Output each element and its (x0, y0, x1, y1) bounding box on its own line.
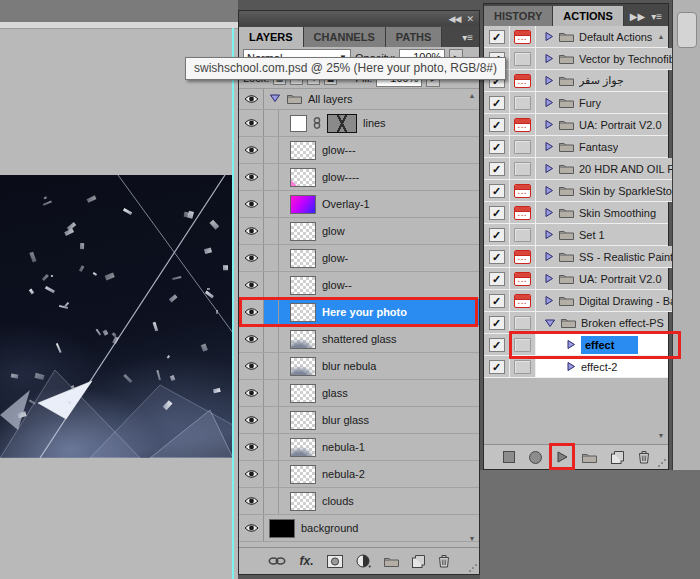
action-row-ua-portrait-v2-0[interactable]: ✓...UA: Portrait V2.0 (484, 114, 668, 136)
action-row-20-hdr-and-oil-pain[interactable]: ✓20 HDR AND OIL PAIN... (484, 158, 668, 180)
delete-action-icon[interactable] (638, 450, 650, 464)
eye-icon[interactable] (239, 434, 264, 460)
layer-row-nebula-1[interactable]: nebula-1 (239, 434, 479, 461)
toggle-item-checkbox[interactable]: ✓ (484, 180, 510, 202)
eye-icon[interactable] (239, 326, 264, 352)
layer-thumbnail[interactable] (290, 465, 316, 484)
dialog-toggle-icon[interactable] (510, 92, 536, 114)
collapsed-triangle-icon[interactable] (544, 163, 554, 174)
collapsed-triangle-icon[interactable] (544, 295, 554, 306)
collapsed-triangle-icon[interactable] (544, 185, 554, 196)
expand-triangle-icon[interactable] (544, 318, 556, 328)
collapsed-triangle-icon[interactable] (544, 53, 554, 64)
expand-icon[interactable]: ▶▶ (630, 11, 651, 26)
collapse-icon[interactable]: ◀◀ (449, 14, 461, 24)
dialog-toggle-icon[interactable]: ... (510, 70, 536, 92)
dialog-toggle-icon[interactable] (510, 224, 536, 246)
resize-grip-icon[interactable] (468, 563, 477, 572)
panel-menu-icon[interactable]: ▾≡ (651, 11, 668, 26)
layer-row-glow[interactable]: glow- (239, 245, 479, 272)
layer-row-lines[interactable]: lines (239, 110, 479, 137)
eye-icon[interactable] (239, 245, 264, 271)
dialog-toggle-icon[interactable]: ... (510, 290, 536, 312)
toggle-item-checkbox[interactable]: ✓ (484, 136, 510, 158)
collapsed-triangle-icon[interactable] (566, 339, 576, 350)
layer-thumbnail[interactable] (327, 114, 357, 133)
layer-row-here-your-photo[interactable]: Here your photo (239, 299, 479, 326)
action-row-digital-drawing-baby[interactable]: ✓...Digital Drawing - Baby ... (484, 290, 668, 312)
eye-icon[interactable] (239, 191, 264, 217)
toggle-item-checkbox[interactable]: ✓ (484, 114, 510, 136)
layer-thumbnail[interactable] (290, 195, 316, 214)
layer-thumbnail[interactable] (290, 384, 316, 403)
dialog-toggle-icon[interactable]: ... (510, 268, 536, 290)
toggle-item-checkbox[interactable]: ✓ (484, 268, 510, 290)
toggle-item-checkbox[interactable]: ✓ (484, 356, 510, 378)
dialog-toggle-icon[interactable] (510, 334, 536, 356)
eye-icon[interactable] (239, 137, 264, 163)
action-row-vector-by-technofibre[interactable]: ✓Vector by Technofibre (484, 48, 668, 70)
eye-icon[interactable] (239, 407, 264, 433)
action-row-fury[interactable]: ✓Fury (484, 92, 668, 114)
layer-row-background[interactable]: background (239, 515, 479, 542)
eye-icon[interactable] (239, 488, 264, 514)
dialog-toggle-icon[interactable] (510, 48, 536, 70)
layer-row-blur-glass[interactable]: blur glass (239, 407, 479, 434)
new-action-icon[interactable] (611, 451, 624, 464)
eye-icon[interactable] (239, 272, 264, 298)
layer-row-nebula-2[interactable]: nebula-2 (239, 461, 479, 488)
new-set-icon[interactable] (582, 452, 597, 463)
document-image[interactable] (0, 175, 233, 458)
layers-tab-paths[interactable]: PATHS (386, 27, 443, 47)
layer-row-shattered-glass[interactable]: shattered glass (239, 326, 479, 353)
layer-thumbnail[interactable] (290, 168, 316, 187)
action-row-skin-smoothing[interactable]: ✓...Skin Smoothing (484, 202, 668, 224)
layer-row-glow[interactable]: glow--- (239, 137, 479, 164)
dialog-toggle-icon[interactable] (510, 136, 536, 158)
scroll-down-icon[interactable]: ▼ (658, 431, 665, 441)
play-icon[interactable] (556, 451, 568, 463)
eye-icon[interactable] (239, 353, 264, 379)
action-row-fantasy[interactable]: ✓Fantasy (484, 136, 668, 158)
new-group-icon[interactable] (384, 556, 399, 567)
collapsed-triangle-icon[interactable] (544, 273, 554, 284)
collapsed-triangle-icon[interactable] (544, 119, 554, 130)
close-icon[interactable]: ✕ (466, 14, 473, 24)
action-row-ua-portrait-v2-0[interactable]: ✓...UA: Portrait V2.0 (484, 268, 668, 290)
layer-thumbnail[interactable] (290, 411, 316, 430)
new-layer-icon[interactable] (412, 555, 425, 568)
collapsed-triangle-icon[interactable] (566, 361, 576, 372)
action-row-effect[interactable]: ✓effect (484, 334, 668, 356)
layer-row-glow[interactable]: glow---- (239, 164, 479, 191)
toggle-item-checkbox[interactable]: ✓ (484, 334, 510, 356)
layer-row-glass[interactable]: glass (239, 380, 479, 407)
toggle-item-checkbox[interactable]: ✓ (484, 158, 510, 180)
layer-thumbnail[interactable] (269, 519, 295, 538)
toggle-item-checkbox[interactable]: ✓ (484, 92, 510, 114)
dialog-toggle-icon[interactable]: ... (510, 26, 536, 48)
collapsed-triangle-icon[interactable] (544, 207, 554, 218)
eye-icon[interactable] (239, 89, 264, 109)
layer-row-glow[interactable]: glow-- (239, 272, 479, 299)
layer-thumbnail[interactable] (290, 438, 316, 457)
toggle-item-checkbox[interactable]: ✓ (484, 246, 510, 268)
collapsed-triangle-icon[interactable] (544, 75, 554, 86)
layers-tab-layers[interactable]: LAYERS (239, 27, 304, 47)
toggle-item-checkbox[interactable]: ✓ (484, 202, 510, 224)
layer-row-glow[interactable]: glow (239, 218, 479, 245)
scroll-up-icon[interactable]: ▲ (469, 91, 476, 101)
eye-icon[interactable] (239, 299, 264, 325)
dialog-toggle-icon[interactable]: ... (510, 114, 536, 136)
toggle-item-checkbox[interactable]: ✓ (484, 224, 510, 246)
actions-tab-actions[interactable]: ACTIONS (553, 6, 624, 26)
toggle-item-checkbox[interactable]: ✓ (484, 290, 510, 312)
layer-group-row[interactable]: All layers (239, 89, 479, 110)
action-row-item[interactable]: ✓...جواز سفر (484, 70, 668, 92)
collapsed-triangle-icon[interactable] (544, 229, 554, 240)
action-row-effect-2[interactable]: ✓effect-2 (484, 356, 668, 378)
action-row-set-1[interactable]: ✓Set 1 (484, 224, 668, 246)
scroll-down-icon[interactable]: ▼ (469, 534, 476, 544)
layer-thumbnail[interactable] (290, 249, 316, 268)
layer-thumbnail[interactable] (290, 276, 316, 295)
expand-triangle-icon[interactable] (269, 93, 281, 105)
